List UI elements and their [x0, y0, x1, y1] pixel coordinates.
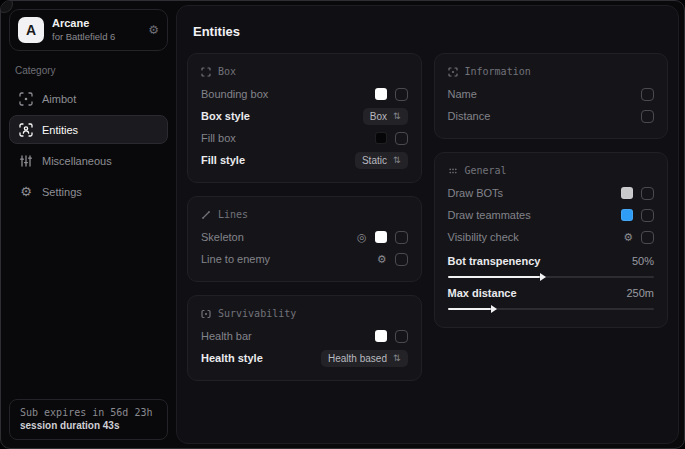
row-label: Line to enemy [201, 253, 270, 265]
checkbox[interactable] [395, 330, 408, 343]
diagonal-line-icon [201, 210, 211, 220]
slider-track[interactable] [448, 308, 655, 310]
category-label: Category [15, 65, 162, 76]
sliders-icon [19, 154, 33, 168]
slider-fill [448, 276, 541, 278]
card-title: Lines [218, 209, 248, 220]
row-draw-bots: Draw BOTs [448, 182, 655, 204]
gear-icon: ⚙ [19, 185, 33, 199]
row-label: Health style [201, 352, 263, 364]
main-panel: Entities Box Bounding box [176, 5, 679, 444]
fill-style-dropdown[interactable]: Static ⇅ [355, 152, 408, 169]
color-swatch[interactable] [375, 88, 387, 100]
person-scan-icon [19, 123, 33, 137]
chevron-up-down-icon: ⇅ [393, 111, 401, 121]
checkbox[interactable] [395, 231, 408, 244]
row-distance: Distance [448, 105, 655, 127]
row-draw-teammates: Draw teammates [448, 204, 655, 226]
card-title: Survivability [218, 308, 296, 319]
subscription-box: Sub expires in 56d 23h session duration … [9, 399, 168, 440]
gear-icon[interactable]: ⚙ [377, 254, 387, 265]
app-name: Arcane [52, 17, 140, 31]
info-scan-icon [448, 67, 458, 77]
crosshair-scan-icon [19, 92, 33, 106]
row-label: Health bar [201, 330, 252, 342]
card-box-header: Box [201, 66, 408, 77]
dot-grid-icon [448, 166, 458, 176]
row-label: Draw teammates [448, 209, 531, 221]
health-style-dropdown[interactable]: Health based ⇅ [321, 350, 407, 367]
row-box-style: Box style Box ⇅ [201, 105, 408, 127]
slider-fill [448, 308, 491, 310]
sidebar-item-entities[interactable]: Entities [9, 115, 168, 144]
card-title: General [465, 165, 507, 176]
sidebar: A Arcane for Battlefield 6 ⚙ Category Ai… [1, 1, 176, 448]
checkbox[interactable] [395, 132, 408, 145]
card-survivability-header: Survivability [201, 308, 408, 319]
sidebar-item-settings[interactable]: ⚙ Settings [9, 177, 168, 206]
dropdown-value: Health based [328, 353, 387, 364]
eye-icon[interactable]: ◎ [357, 232, 367, 243]
bracketed-dot-icon [201, 309, 211, 319]
sidebar-item-label: Aimbot [42, 93, 76, 105]
slider-label: Bot transpenency [448, 255, 541, 267]
card-title: Box [218, 66, 236, 77]
slider-value: 50% [632, 255, 654, 267]
color-swatch[interactable] [375, 330, 387, 342]
row-label: Draw BOTs [448, 187, 504, 199]
row-bounding-box: Bounding box [201, 83, 408, 105]
brand-box: A Arcane for Battlefield 6 ⚙ [9, 9, 168, 51]
color-swatch[interactable] [375, 231, 387, 243]
row-line-to-enemy: Line to enemy ⚙ [201, 248, 408, 270]
checkbox[interactable] [395, 88, 408, 101]
card-survivability: Survivability Health bar Health style He… [187, 295, 422, 381]
row-label: Fill box [201, 132, 236, 144]
sidebar-item-aimbot[interactable]: Aimbot [9, 84, 168, 113]
card-lines-header: Lines [201, 209, 408, 220]
color-swatch[interactable] [621, 187, 633, 199]
page-title: Entities [193, 24, 668, 39]
card-information-header: Information [448, 66, 655, 77]
row-fill-style: Fill style Static ⇅ [201, 149, 408, 171]
checkbox[interactable] [641, 88, 654, 101]
app-window: A Arcane for Battlefield 6 ⚙ Category Ai… [0, 0, 685, 449]
box-brackets-icon [201, 67, 211, 77]
bot-transparency-slider: Bot transpenency 50% [448, 252, 655, 278]
sidebar-item-miscellaneous[interactable]: Miscellaneous [9, 146, 168, 175]
slider-thumb[interactable] [491, 305, 497, 313]
color-swatch[interactable] [621, 209, 633, 221]
checkbox[interactable] [641, 231, 654, 244]
row-label: Skeleton [201, 231, 244, 243]
slider-track[interactable] [448, 276, 655, 278]
sidebar-nav: Aimbot Entities [9, 84, 168, 206]
header-gear-icon[interactable]: ⚙ [148, 23, 159, 37]
row-label: Box style [201, 110, 250, 122]
card-title: Information [465, 66, 531, 77]
gear-icon[interactable]: ⚙ [623, 232, 633, 243]
box-style-dropdown[interactable]: Box ⇅ [363, 108, 408, 125]
chevron-up-down-icon: ⇅ [393, 155, 401, 165]
card-general: General Draw BOTs Draw teammates [434, 152, 669, 328]
checkbox[interactable] [641, 110, 654, 123]
chevron-up-down-icon: ⇅ [393, 353, 401, 363]
row-health-bar: Health bar [201, 325, 408, 347]
slider-thumb[interactable] [540, 273, 546, 281]
checkbox[interactable] [641, 209, 654, 222]
checkbox[interactable] [641, 187, 654, 200]
card-general-header: General [448, 165, 655, 176]
row-health-style: Health style Health based ⇅ [201, 347, 408, 369]
row-name: Name [448, 83, 655, 105]
row-label: Fill style [201, 154, 245, 166]
card-box: Box Bounding box Box style Box ⇅ [187, 53, 422, 183]
checkbox[interactable] [395, 253, 408, 266]
color-swatch[interactable] [375, 132, 387, 144]
row-label: Distance [448, 110, 491, 122]
sidebar-item-label: Entities [42, 124, 78, 136]
card-information: Information Name Distance [434, 53, 669, 139]
sub-expiry-text: Sub expires in 56d 23h [20, 407, 157, 418]
row-visibility-check: Visibility check ⚙ [448, 226, 655, 248]
row-label: Visibility check [448, 231, 519, 243]
max-distance-slider: Max distance 250m [448, 284, 655, 310]
slider-label: Max distance [448, 287, 517, 299]
card-lines: Lines Skeleton ◎ Line to enemy ⚙ [187, 196, 422, 282]
